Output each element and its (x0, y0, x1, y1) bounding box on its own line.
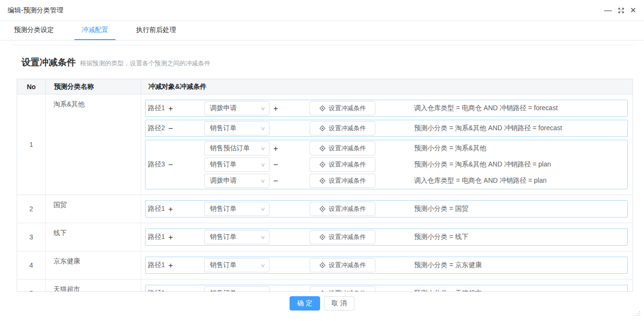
add-entry-icon[interactable]: + (270, 104, 310, 113)
path-box: 路径3 − 销售预估订单 ∨ + 设置冲减条件 预测小分 (145, 140, 628, 189)
order-type-value: 销售订单 (210, 124, 237, 133)
path-box: 路径2 − 销售订单 ∨ 设置冲减条件 预测小分类 = (145, 120, 628, 137)
set-condition-label: 设置冲减条件 (329, 124, 366, 133)
remove-path-icon[interactable]: − (168, 124, 173, 133)
row-number: 5 (17, 280, 46, 292)
order-type-select[interactable]: 销售订单 ∨ (204, 258, 270, 272)
order-type-select[interactable]: 销售订单 ∨ (204, 286, 270, 292)
category-name: 线下 (46, 223, 141, 251)
set-condition-button[interactable]: 设置冲减条件 (310, 157, 375, 172)
order-type-select[interactable]: 销售预估订单 ∨ (204, 141, 270, 155)
set-condition-button[interactable]: 设置冲减条件 (310, 174, 375, 188)
remove-entry-icon[interactable]: − (270, 177, 310, 185)
add-path-icon[interactable]: + (168, 104, 173, 113)
add-entry-icon[interactable]: + (270, 145, 310, 153)
chevron-down-icon: ∨ (260, 162, 265, 168)
content-divider (10, 45, 634, 45)
condition-text: 预测小分类 = 淘系&其他 AND 冲销路径 = plan (414, 160, 551, 169)
tab-pre-post-processing[interactable]: 执行前后处理 (129, 21, 183, 40)
path-box: 路径1 + 销售订单 ∨ 设置冲减条件 预测小分类 = (145, 228, 628, 246)
remove-path-icon[interactable]: − (168, 161, 173, 169)
dialog-title: 编辑-预测分类管理 (8, 6, 63, 15)
condition-text: 预测小分类 = 线下 (414, 233, 468, 241)
order-type-select[interactable]: 销售订单 ∨ (204, 202, 270, 216)
diamond-target-icon (319, 234, 326, 240)
condition-text: 调入仓库类型 = 电商仓 AND 冲销路径 = plan (414, 176, 547, 185)
section-heading: 设置冲减条件 根据预测的类型，设置各个预测之间的冲减条件 (21, 56, 623, 69)
order-type-value: 销售订单 (210, 205, 237, 213)
table-row: 1 淘系&其他 路径1 + 调拨申请 ∨ + (17, 94, 633, 195)
diamond-target-icon (319, 145, 326, 152)
add-path-icon[interactable]: + (168, 205, 173, 213)
path-box: 路径1 + 销售订单 ∨ 设置冲减条件 预测小分类 = (145, 257, 628, 274)
path-label: 路径1 (148, 104, 165, 113)
header-no: No (17, 79, 46, 94)
table-row: 5 天猫超市 路径1 + 销售订单 ∨ (17, 280, 633, 292)
set-condition-button[interactable]: 设置冲减条件 (310, 101, 375, 115)
condition-text: 调入仓库类型 = 电商仓 AND 冲销路径 = forecast (414, 104, 558, 113)
remove-entry-icon[interactable]: − (270, 161, 310, 169)
order-type-select[interactable]: 销售订单 ∨ (204, 157, 270, 172)
diamond-target-icon (319, 105, 326, 112)
table-row: 2 国贸 路径1 + 销售订单 ∨ (17, 195, 633, 223)
header-offset-target-condition: 冲减对象&冲减条件 (141, 79, 633, 94)
set-condition-button[interactable]: 设置冲减条件 (310, 141, 375, 155)
chevron-down-icon: ∨ (260, 145, 265, 152)
diamond-target-icon (319, 177, 326, 184)
maximize-icon[interactable] (617, 7, 625, 14)
order-type-select[interactable]: 调拨申请 ∨ (204, 174, 270, 188)
resize-handle[interactable] (634, 309, 641, 318)
diamond-target-icon (319, 262, 326, 269)
row-number: 4 (17, 251, 46, 279)
order-type-select[interactable]: 销售订单 ∨ (204, 230, 270, 244)
category-name: 国贸 (46, 195, 141, 223)
tab-offset-config[interactable]: 冲减配置 (74, 21, 115, 40)
chevron-down-icon: ∨ (260, 206, 265, 212)
set-condition-button[interactable]: 设置冲减条件 (310, 230, 375, 244)
dialog-titlebar: 编辑-预测分类管理 — ✕ (0, 0, 644, 21)
set-condition-label: 设置冲减条件 (329, 104, 366, 113)
add-path-icon[interactable]: + (168, 261, 173, 269)
table-row: 4 京东健康 路径1 + 销售订单 ∨ (17, 251, 633, 280)
close-icon[interactable]: ✕ (630, 7, 636, 14)
set-condition-button[interactable]: 设置冲减条件 (310, 286, 375, 292)
set-condition-button[interactable]: 设置冲减条件 (310, 202, 375, 216)
set-condition-button[interactable]: 设置冲减条件 (310, 258, 375, 272)
path-box: 路径1 + 销售订单 ∨ 设置冲减条件 预测小分类 = (145, 285, 628, 292)
condition-text: 预测小分类 = 淘系&其他 AND 冲销路径 = forecast (414, 124, 562, 133)
path-label: 路径3 (148, 160, 165, 169)
order-type-select[interactable]: 销售订单 ∨ (204, 121, 270, 135)
section-subtitle: 根据预测的类型，设置各个预测之间的冲减条件 (80, 59, 210, 68)
set-condition-label: 设置冲减条件 (329, 176, 366, 185)
confirm-button[interactable]: 确 定 (290, 296, 320, 311)
set-condition-label: 设置冲减条件 (329, 144, 366, 153)
order-type-value: 销售订单 (210, 261, 237, 269)
set-condition-label: 设置冲减条件 (329, 160, 366, 169)
row-number: 2 (17, 195, 46, 223)
set-condition-button[interactable]: 设置冲减条件 (310, 121, 375, 135)
path-label: 路径1 (148, 233, 165, 241)
chevron-down-icon: ∨ (260, 262, 265, 269)
header-category-name: 预测分类名称 (46, 79, 141, 94)
order-type-value: 销售订单 (210, 160, 237, 169)
order-type-value: 销售预估订单 (210, 144, 250, 153)
chevron-down-icon: ∨ (260, 178, 265, 184)
add-path-icon[interactable]: + (168, 233, 173, 241)
set-condition-label: 设置冲减条件 (329, 205, 366, 213)
minimize-icon[interactable]: — (604, 7, 612, 14)
path-label: 路径1 (148, 205, 165, 213)
order-type-value: 调拨申请 (210, 104, 237, 113)
order-type-select[interactable]: 调拨申请 ∨ (204, 101, 270, 115)
condition-text: 预测小分类 = 国贸 (414, 205, 468, 213)
category-name: 天猫超市 (46, 280, 141, 292)
path-label: 路径2 (148, 124, 165, 133)
diamond-target-icon (319, 125, 326, 132)
path-box: 路径1 + 销售订单 ∨ 设置冲减条件 预测小分类 = (145, 200, 628, 217)
path-label: 路径1 (148, 261, 165, 269)
chevron-down-icon: ∨ (260, 234, 265, 240)
table-row: 3 线下 路径1 + 销售订单 ∨ (17, 223, 633, 251)
tab-forecast-category-setting[interactable]: 预测分类设定 (7, 21, 61, 40)
diamond-target-icon (319, 206, 326, 212)
row-number: 3 (17, 223, 46, 251)
cancel-button[interactable]: 取 消 (324, 296, 354, 311)
